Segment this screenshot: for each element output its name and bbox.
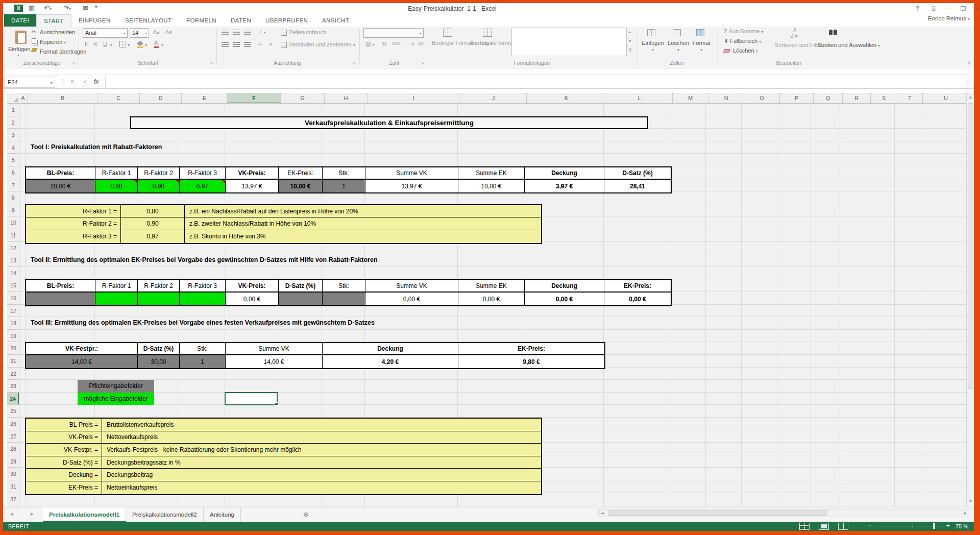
select-all-corner[interactable] <box>7 93 19 104</box>
row-header-21[interactable]: 21 <box>7 355 19 368</box>
definition-desc-1[interactable]: Bruttolistenverkaufspreis <box>102 419 541 431</box>
row-header-26[interactable]: 26 <box>7 418 19 430</box>
tool3-table-header-5[interactable]: EK-Preis: <box>458 343 604 355</box>
definition-term-2[interactable]: VK-Preis = <box>26 431 102 444</box>
save-icon[interactable]: ▦ <box>29 4 35 12</box>
mail-icon[interactable]: ✉ <box>83 4 88 12</box>
sheet-tab-preiskalkulationsmodell2[interactable]: Preiskalkulationsmodell2 <box>126 507 204 522</box>
column-header-J[interactable]: J <box>460 93 527 104</box>
row-header-22[interactable]: 22 <box>7 368 19 380</box>
font-name-combobox[interactable]: Arial▾ <box>83 28 128 38</box>
rfactor-desc-2[interactable]: z.B. zweiter Nachlass/Rabatt in Höhe von… <box>185 217 541 230</box>
font-color-dropdown-icon[interactable]: ▾ <box>161 43 163 47</box>
tool2-table-header-6[interactable]: Stk: <box>323 280 365 293</box>
definition-desc-5[interactable]: Deckungsbeitrag <box>102 469 541 481</box>
tool3-table-header-3[interactable]: Summe VK <box>226 343 323 355</box>
tool1-table-value-7[interactable]: 13,97 € <box>365 180 458 192</box>
fill-color-icon[interactable] <box>137 41 143 46</box>
row-header-31[interactable]: 31 <box>7 480 19 493</box>
align-bottom-icon[interactable] <box>244 30 251 35</box>
align-left-icon[interactable] <box>222 42 229 47</box>
tool1-table-value-4[interactable]: 13,97 € <box>226 180 279 192</box>
format-painter-button[interactable]: Format übertragen <box>40 48 86 55</box>
cell-styles-gallery[interactable] <box>511 28 627 56</box>
column-header-O[interactable]: O <box>744 93 780 104</box>
tool2-table-value-5[interactable] <box>279 293 323 305</box>
font-size-combobox[interactable]: 14▾ <box>130 28 149 38</box>
column-header-G[interactable]: G <box>281 93 325 104</box>
row-header-17[interactable]: 17 <box>7 305 19 318</box>
row-header-30[interactable]: 30 <box>7 468 19 480</box>
row-header-23[interactable]: 23 <box>7 380 19 393</box>
ribbon-display-options-icon[interactable]: ⍓ <box>927 4 940 13</box>
column-header-K[interactable]: K <box>527 93 606 104</box>
tool1-table-value-8[interactable]: 10,00 € <box>458 180 525 192</box>
restore-button[interactable]: ❐ <box>957 4 970 13</box>
excel-logo-icon[interactable]: X <box>14 5 23 12</box>
tool3-table-value-5[interactable]: 9,80 € <box>458 355 604 368</box>
column-header-S[interactable]: S <box>871 93 897 104</box>
align-center-icon[interactable] <box>233 42 240 47</box>
tool2-table-value-2[interactable] <box>138 293 180 305</box>
paste-dropdown-icon[interactable]: ▾ <box>17 53 19 58</box>
row-header-1[interactable]: 1 <box>7 104 19 116</box>
column-header-A[interactable]: A <box>18 93 28 104</box>
tool2-table-header-2[interactable]: R-Faktor 2 <box>138 280 180 293</box>
ribbon-tab-einfügen[interactable]: EINFÜGEN <box>71 14 118 27</box>
tool3-table-header-1[interactable]: D-Satz (%) <box>138 343 180 355</box>
tool2-table-header-7[interactable]: Summe VK <box>365 280 458 293</box>
row-header-4[interactable]: 4 <box>7 141 19 154</box>
tool3-table-value-4[interactable]: 4,20 € <box>323 355 458 368</box>
tool1-table-value-0[interactable]: 20,00 € <box>26 180 95 192</box>
definition-desc-4[interactable]: Deckungsbeitragssatz in % <box>102 456 541 469</box>
row-header-19[interactable]: 19 <box>7 330 19 343</box>
column-header-B[interactable]: B <box>28 93 97 104</box>
gallery-more-icon[interactable]: ⊽ <box>629 48 632 53</box>
vertical-scrollbar[interactable]: ▲ ▼ <box>966 93 974 507</box>
vertical-scroll-thumb[interactable] <box>968 103 973 389</box>
page-break-view-icon[interactable] <box>838 523 848 530</box>
expand-formula-bar-icon[interactable]: ⌄ <box>966 78 970 83</box>
row-header-32[interactable]: 32 <box>7 493 19 506</box>
sheet-nav-left-icon[interactable]: ◄ <box>9 511 14 517</box>
tool2-table-value-8[interactable]: 0,00 € <box>458 293 525 305</box>
tool1-table-header-8[interactable]: Summe EK <box>458 167 525 180</box>
tool3-table-value-1[interactable]: 30,00 <box>138 355 180 368</box>
cancel-formula-icon[interactable]: × <box>70 78 74 85</box>
rfactor-desc-3[interactable]: z.B. Skonto in Höhe von 3% <box>185 230 541 243</box>
tool2-table-value-3[interactable] <box>180 293 226 305</box>
delete-cells-button[interactable]: Löschen▾ <box>667 40 690 52</box>
tool1-table-value-2[interactable]: 0,90 <box>138 180 180 192</box>
copy-button[interactable]: Kopieren ▾ <box>40 39 66 45</box>
tool2-table-value-0[interactable] <box>26 293 95 305</box>
column-header-T[interactable]: T <box>897 93 923 104</box>
tool1-table-header-10[interactable]: D-Satz (%) <box>604 167 671 180</box>
increase-font-icon[interactable]: A▴ <box>153 29 160 36</box>
tool1-table-header-3[interactable]: R-Faktor 3 <box>180 167 226 180</box>
help-icon[interactable]: ? <box>911 4 924 13</box>
decrease-indent-icon[interactable]: ⇤ <box>258 41 263 47</box>
format-cells-button[interactable]: Format▾ <box>690 40 713 52</box>
row-header-12[interactable]: 12 <box>7 242 19 255</box>
tool1-table-header-0[interactable]: BL-Preis: <box>26 167 95 180</box>
rfactor-label-2[interactable]: R-Faktor 2 = <box>26 217 121 230</box>
sheet-nav-right-icon[interactable]: ► <box>30 511 35 517</box>
cut-button[interactable]: Ausschneiden <box>40 29 75 35</box>
scroll-up-icon[interactable]: ▲ <box>967 95 974 100</box>
selected-cell-F24[interactable] <box>225 392 278 405</box>
scroll-right-icon[interactable]: ► <box>963 511 968 516</box>
tool2-table-value-10[interactable]: 0,00 € <box>604 293 671 305</box>
tool2-table-header-3[interactable]: R-Faktor 3 <box>180 280 226 293</box>
column-header-D[interactable]: D <box>140 93 182 104</box>
tool2-table-header-1[interactable]: R-Faktor 1 <box>95 280 138 293</box>
column-header-L[interactable]: L <box>606 93 673 104</box>
percent-format-button[interactable]: % <box>382 41 387 47</box>
tool2-table-header-0[interactable]: BL-Preis: <box>26 280 95 293</box>
tool1-table-header-7[interactable]: Summe VK <box>365 167 458 180</box>
ribbon-tab-start[interactable]: START <box>36 14 71 27</box>
horizontal-scroll-thumb[interactable] <box>608 510 827 516</box>
collapse-ribbon-icon[interactable]: ∧ <box>968 60 971 65</box>
italic-button[interactable]: K <box>94 41 97 47</box>
row-header-3[interactable]: 3 <box>7 129 19 141</box>
tool1-table-header-2[interactable]: R-Faktor 2 <box>138 167 180 180</box>
